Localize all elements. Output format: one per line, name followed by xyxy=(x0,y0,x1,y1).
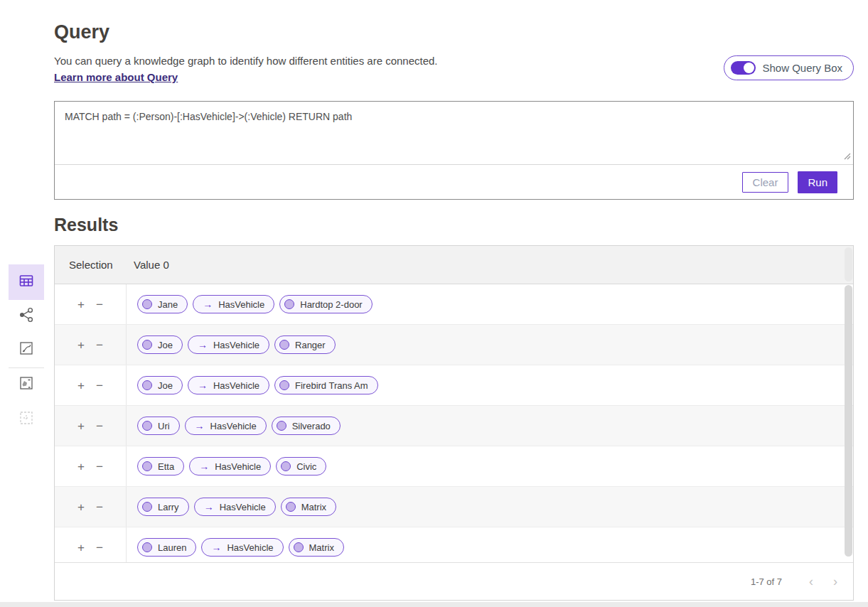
node-icon xyxy=(142,299,152,309)
expand-row-button[interactable]: + xyxy=(77,420,85,432)
table-body: +−Jane→HasVehicleHardtop 2-door+−Joe→Has… xyxy=(55,284,853,562)
tab-table-view[interactable] xyxy=(9,264,44,300)
node-icon xyxy=(142,340,152,350)
node-icon xyxy=(281,461,291,471)
node-pill[interactable]: Silverado xyxy=(272,417,341,435)
pill-label: Matrix xyxy=(309,542,334,553)
table-view-icon xyxy=(18,273,34,291)
value-cell: Joe→HasVehicleFirebird Trans Am xyxy=(127,365,853,405)
page-bottom-edge xyxy=(0,602,868,607)
pill-label: HasVehicle xyxy=(215,461,261,472)
query-text: MATCH path = (:Person)-[:HasVehicle]->(:… xyxy=(65,111,352,122)
page-title: Query xyxy=(54,21,109,43)
pill-label: HasVehicle xyxy=(210,421,257,431)
pill-label: HasVehicle xyxy=(213,340,259,350)
node-pill[interactable]: Matrix xyxy=(289,538,344,557)
edge-pill[interactable]: →HasVehicle xyxy=(201,538,283,557)
node-pill[interactable]: Firebird Trans Am xyxy=(274,376,378,394)
scrollbar-gutter xyxy=(845,247,852,281)
pill-label: Firebird Trans Am xyxy=(295,380,368,391)
pill-label: Silverado xyxy=(292,421,331,431)
node-icon xyxy=(284,299,294,309)
page: Query You can query a knowledge graph to… xyxy=(0,0,868,607)
pill-label: HasVehicle xyxy=(218,299,264,310)
collapse-row-button[interactable]: − xyxy=(96,542,103,554)
node-pill[interactable]: Ranger xyxy=(274,335,336,354)
node-pill[interactable]: Matrix xyxy=(281,498,336,516)
collapse-row-button[interactable]: − xyxy=(96,339,103,351)
expand-row-button[interactable]: + xyxy=(77,299,85,311)
results-table: Selection Value 0 +−Jane→HasVehicleHardt… xyxy=(54,245,854,601)
value-cell: Uri→HasVehicleSilverado xyxy=(127,406,853,446)
arrow-right-icon: → xyxy=(211,542,221,552)
expand-row-button[interactable]: + xyxy=(77,380,85,392)
edge-pill[interactable]: →HasVehicle xyxy=(189,457,271,476)
collapse-row-button[interactable]: − xyxy=(96,461,103,473)
collapse-row-button[interactable]: − xyxy=(96,420,103,432)
node-icon xyxy=(294,542,304,552)
node-icon xyxy=(142,502,152,512)
prev-page-button[interactable]: ‹ xyxy=(803,574,819,589)
table-footer: 1-7 of 7 ‹ › xyxy=(55,562,853,600)
arrow-right-icon: → xyxy=(199,461,209,471)
node-icon xyxy=(277,421,286,431)
collapse-row-button[interactable]: − xyxy=(96,380,103,392)
table-row: +−Joe→HasVehicleFirebird Trans Am xyxy=(55,365,853,406)
scrollbar-thumb[interactable] xyxy=(845,285,852,557)
value-cell: Joe→HasVehicleRanger xyxy=(127,325,853,365)
node-icon xyxy=(142,421,152,431)
tab-widget-view-disabled xyxy=(9,409,44,429)
query-actions: Clear Run xyxy=(55,165,853,199)
learn-more-link[interactable]: Learn more about Query xyxy=(54,71,178,83)
node-pill[interactable]: Lauren xyxy=(137,538,196,557)
node-pill[interactable]: Civic xyxy=(276,457,326,476)
pill-label: Etta xyxy=(158,461,174,472)
run-button[interactable]: Run xyxy=(798,171,837,193)
clear-button[interactable]: Clear xyxy=(742,172,789,193)
node-pill[interactable]: Joe xyxy=(137,335,183,354)
pill-label: Larry xyxy=(158,502,179,512)
edge-pill[interactable]: →HasVehicle xyxy=(194,498,276,516)
node-pill[interactable]: Uri xyxy=(137,417,180,435)
next-page-button[interactable]: › xyxy=(827,574,843,589)
node-pill[interactable]: Hardtop 2-door xyxy=(279,295,372,313)
pill-label: Lauren xyxy=(158,542,186,553)
edge-pill[interactable]: →HasVehicle xyxy=(193,295,274,313)
node-pill[interactable]: Etta xyxy=(137,457,184,476)
rows-container: +−Jane→HasVehicleHardtop 2-door+−Joe→Has… xyxy=(55,284,853,562)
show-query-box-toggle[interactable]: Show Query Box xyxy=(724,55,854,80)
expand-row-button[interactable]: + xyxy=(77,339,85,351)
node-pill[interactable]: Joe xyxy=(137,376,183,394)
map-view-icon xyxy=(18,375,34,394)
node-icon xyxy=(279,340,289,350)
resize-handle-icon[interactable] xyxy=(842,151,851,162)
arrow-right-icon: → xyxy=(198,340,208,350)
chevron-right-icon: › xyxy=(833,574,837,589)
pill-label: Ranger xyxy=(295,340,326,350)
edge-pill[interactable]: →HasVehicle xyxy=(185,417,267,435)
tab-graph-view[interactable] xyxy=(9,306,44,326)
selection-cell: +− xyxy=(55,365,127,405)
pill-label: Joe xyxy=(158,340,173,350)
collapse-row-button[interactable]: − xyxy=(96,501,103,513)
table-row: +−Etta→HasVehicleCivic xyxy=(55,446,853,487)
edge-pill[interactable]: →HasVehicle xyxy=(188,335,269,354)
chart-view-icon xyxy=(18,340,34,359)
expand-row-button[interactable]: + xyxy=(77,542,85,554)
node-pill[interactable]: Jane xyxy=(137,295,188,313)
pill-label: HasVehicle xyxy=(227,542,273,553)
table-row: +−Joe→HasVehicleRanger xyxy=(55,325,853,365)
pagination-label: 1-7 of 7 xyxy=(751,576,782,587)
column-header-selection: Selection xyxy=(55,259,127,271)
value-cell: Larry→HasVehicleMatrix xyxy=(127,487,853,527)
tab-chart-view[interactable] xyxy=(9,340,44,360)
expand-row-button[interactable]: + xyxy=(77,461,85,473)
table-header: Selection Value 0 xyxy=(55,246,853,284)
node-pill[interactable]: Larry xyxy=(137,498,189,516)
tab-map-view[interactable] xyxy=(9,375,44,394)
expand-row-button[interactable]: + xyxy=(77,501,85,513)
query-input[interactable]: MATCH path = (:Person)-[:HasVehicle]->(:… xyxy=(55,102,853,165)
selection-cell: +− xyxy=(55,325,127,365)
edge-pill[interactable]: →HasVehicle xyxy=(188,376,269,394)
collapse-row-button[interactable]: − xyxy=(96,299,103,311)
